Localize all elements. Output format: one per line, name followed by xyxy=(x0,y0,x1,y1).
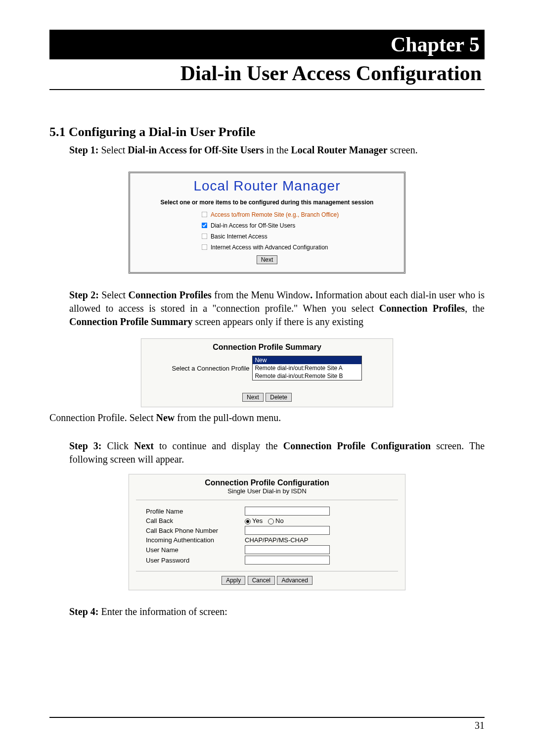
input-cb-phone[interactable] xyxy=(245,526,330,535)
step3-t2: to continue and display the xyxy=(154,440,283,451)
checkbox-remote-site[interactable] xyxy=(202,212,208,218)
step1-link: Dial-in Access for Off-Site Users xyxy=(128,144,264,155)
cps-label: Select a Connection Profile xyxy=(172,356,253,372)
step2-t4: , the xyxy=(465,303,485,314)
label-user-name: User Name xyxy=(146,546,245,554)
page-footer: 31 xyxy=(49,717,485,731)
step3-b1: Next xyxy=(134,440,154,451)
input-user-password[interactable] xyxy=(245,556,330,565)
chapter-title: Dial-in User Access Configuration xyxy=(49,59,485,90)
cpc-subtitle: Single User Dial-in by ISDN xyxy=(136,487,398,495)
cps-title: Connection Profile Summary xyxy=(146,343,388,352)
cpc-advanced-button[interactable]: Advanced xyxy=(277,576,312,585)
step2-t1: Select xyxy=(101,289,128,300)
step2-b3: Connection Profiles xyxy=(379,303,465,314)
label-cb-phone: Call Back Phone Number xyxy=(146,527,245,534)
cps-option-new[interactable]: New xyxy=(253,356,361,364)
cps-option-site-a[interactable]: Remote dial-in/out:Remote Site A xyxy=(253,364,361,372)
label-no: No xyxy=(275,517,284,524)
label-yes: Yes xyxy=(252,517,263,524)
label-user-password: User Password xyxy=(146,557,245,564)
caption2-b1: New xyxy=(156,412,175,423)
lrm-title: Local Router Manager xyxy=(140,178,394,194)
radio-callback-no[interactable] xyxy=(268,519,274,524)
step2-b1: Connection Profiles xyxy=(129,289,212,300)
cps-next-button[interactable]: Next xyxy=(242,393,264,402)
step3-lead: Step 3: xyxy=(69,440,107,451)
step1-mid: in the xyxy=(264,144,291,155)
input-profile-name[interactable] xyxy=(245,507,330,516)
caption2-t2: from the pull-down menu. xyxy=(175,412,281,423)
step1-select: Select xyxy=(101,144,128,155)
connection-profile-summary-figure: Connection Profile Summary Select a Conn… xyxy=(141,338,393,407)
opt-basic-internet: Basic Internet Access xyxy=(211,233,267,240)
opt-advanced-internet: Internet Access with Advanced Configurat… xyxy=(211,244,328,251)
label-profile-name: Profile Name xyxy=(146,508,245,515)
step4-body: Enter the information of screen: xyxy=(101,606,227,617)
step1-text: Step 1: Select Dial-in Access for Off-Si… xyxy=(69,143,485,157)
section-heading: 5.1 Configuring a Dial-in User Profile xyxy=(49,125,485,140)
cps-option-site-b[interactable]: Remote dial-in/out:Remote Site B xyxy=(253,372,361,380)
cpc-apply-button[interactable]: Apply xyxy=(222,576,245,585)
input-user-name[interactable] xyxy=(245,545,330,554)
caption2-t1: Connection Profile. Select xyxy=(49,412,156,423)
caption2: Connection Profile. Select New from the … xyxy=(49,411,485,425)
step2-lead: Step 2: xyxy=(69,289,101,300)
cpc-cancel-button[interactable]: Cancel xyxy=(248,576,275,585)
local-router-manager-figure: Local Router Manager Select one or more … xyxy=(129,172,405,274)
checkbox-dial-in[interactable] xyxy=(202,223,208,229)
step3-b2: Connection Profile Configuration xyxy=(283,440,431,451)
cps-select[interactable]: New Remote dial-in/out:Remote Site A Rem… xyxy=(252,356,362,380)
lrm-next-button[interactable]: Next xyxy=(257,255,278,264)
checkbox-basic-internet[interactable] xyxy=(202,234,208,239)
step4-text: Step 4: Enter the information of screen: xyxy=(69,605,485,618)
chapter-banner: Chapter 5 xyxy=(49,30,485,59)
step1-end: screen. xyxy=(388,144,418,155)
value-incoming-auth: CHAP/PAP/MS-CHAP xyxy=(245,536,308,544)
radio-callback-yes[interactable] xyxy=(245,519,251,524)
step3-t1: Click xyxy=(107,440,134,451)
step4-lead: Step 4: xyxy=(69,606,101,617)
label-call-back: Call Back xyxy=(146,517,245,524)
step2-b2: . xyxy=(310,289,315,300)
cps-delete-button[interactable]: Delete xyxy=(266,393,292,402)
step3-text: Step 3: Click Next to continue and displ… xyxy=(69,439,485,466)
step1-lead: Step 1: xyxy=(69,144,101,155)
step1-mgr: Local Router Manager xyxy=(291,144,387,155)
opt-dial-in: Dial-in Access for Off-Site Users xyxy=(211,222,295,229)
label-incoming-auth: Incoming Authentication xyxy=(146,536,245,544)
step2-t5: screen appears only if there is any exis… xyxy=(193,316,363,327)
lrm-instruction: Select one or more items to be configure… xyxy=(140,199,394,206)
page-number: 31 xyxy=(475,720,485,731)
step2-b4: Connection Profile Summary xyxy=(69,316,193,327)
checkbox-advanced-internet[interactable] xyxy=(202,244,208,250)
step2-text: Step 2: Select Connection Profiles from … xyxy=(69,288,485,329)
connection-profile-config-figure: Connection Profile Configuration Single … xyxy=(129,474,405,590)
opt-remote-site[interactable]: Access to/from Remote Site (e.g., Branch… xyxy=(211,211,339,218)
step2-t2: from the Menu Window xyxy=(212,289,310,300)
cpc-title: Connection Profile Configuration xyxy=(136,478,398,487)
